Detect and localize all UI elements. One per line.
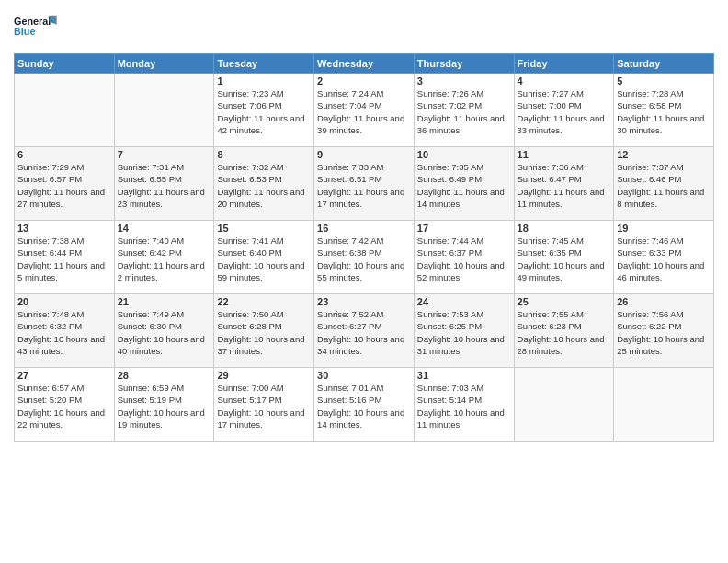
- weekday-header-row: SundayMondayTuesdayWednesdayThursdayFrid…: [15, 54, 714, 74]
- day-info: Sunrise: 7:37 AMSunset: 6:46 PMDaylight:…: [617, 161, 711, 210]
- calendar-cell: [614, 368, 714, 442]
- calendar-cell: 22Sunrise: 7:50 AMSunset: 6:28 PMDayligh…: [214, 294, 314, 368]
- calendar-cell: 13Sunrise: 7:38 AMSunset: 6:44 PMDayligh…: [15, 221, 115, 294]
- day-info: Sunrise: 7:26 AMSunset: 7:02 PMDaylight:…: [417, 87, 511, 136]
- day-number: 26: [617, 296, 711, 307]
- calendar-cell: 17Sunrise: 7:44 AMSunset: 6:37 PMDayligh…: [414, 221, 514, 294]
- day-number: 24: [417, 296, 511, 307]
- calendar-cell: [514, 368, 614, 442]
- day-info: Sunrise: 7:28 AMSunset: 6:58 PMDaylight:…: [617, 87, 711, 136]
- day-info: Sunrise: 7:56 AMSunset: 6:22 PMDaylight:…: [617, 308, 711, 357]
- day-info: Sunrise: 7:40 AMSunset: 6:42 PMDaylight:…: [118, 235, 211, 283]
- day-info: Sunrise: 7:29 AMSunset: 6:57 PMDaylight:…: [17, 161, 111, 210]
- weekday-header: Thursday: [414, 54, 514, 74]
- calendar-cell: 12Sunrise: 7:37 AMSunset: 6:46 PMDayligh…: [614, 147, 714, 221]
- calendar-cell: 23Sunrise: 7:52 AMSunset: 6:27 PMDayligh…: [314, 294, 415, 368]
- calendar-cell: 14Sunrise: 7:40 AMSunset: 6:42 PMDayligh…: [114, 221, 214, 294]
- day-info: Sunrise: 7:41 AMSunset: 6:40 PMDaylight:…: [217, 235, 311, 283]
- calendar-week-row: 13Sunrise: 7:38 AMSunset: 6:44 PMDayligh…: [15, 221, 714, 294]
- day-number: 30: [317, 370, 411, 381]
- day-number: 29: [217, 370, 311, 381]
- weekday-header: Tuesday: [214, 54, 314, 74]
- day-info: Sunrise: 7:45 AMSunset: 6:35 PMDaylight:…: [518, 235, 611, 283]
- day-info: Sunrise: 7:03 AMSunset: 5:14 PMDaylight:…: [417, 382, 511, 431]
- calendar-cell: [114, 74, 214, 147]
- day-number: 5: [617, 75, 711, 86]
- header: General Blue: [14, 9, 714, 46]
- day-number: 25: [518, 296, 611, 307]
- calendar-cell: 21Sunrise: 7:49 AMSunset: 6:30 PMDayligh…: [114, 294, 214, 368]
- day-number: 6: [17, 149, 111, 160]
- calendar-cell: 19Sunrise: 7:46 AMSunset: 6:33 PMDayligh…: [614, 221, 714, 294]
- day-number: 27: [17, 370, 111, 381]
- calendar-cell: [15, 74, 115, 147]
- day-number: 18: [518, 223, 611, 234]
- day-info: Sunrise: 7:42 AMSunset: 6:38 PMDaylight:…: [317, 235, 411, 283]
- calendar-cell: 30Sunrise: 7:01 AMSunset: 5:16 PMDayligh…: [314, 368, 415, 442]
- day-info: Sunrise: 7:32 AMSunset: 6:53 PMDaylight:…: [217, 161, 311, 210]
- calendar-cell: 20Sunrise: 7:48 AMSunset: 6:32 PMDayligh…: [15, 294, 115, 368]
- calendar-cell: 28Sunrise: 6:59 AMSunset: 5:19 PMDayligh…: [114, 368, 214, 442]
- calendar-cell: 2Sunrise: 7:24 AMSunset: 7:04 PMDaylight…: [314, 74, 415, 147]
- weekday-header: Sunday: [15, 54, 115, 74]
- day-number: 23: [317, 296, 411, 307]
- day-info: Sunrise: 7:00 AMSunset: 5:17 PMDaylight:…: [217, 382, 311, 431]
- day-number: 31: [417, 370, 511, 381]
- calendar-week-row: 6Sunrise: 7:29 AMSunset: 6:57 PMDaylight…: [15, 147, 714, 221]
- day-info: Sunrise: 7:49 AMSunset: 6:30 PMDaylight:…: [118, 308, 211, 357]
- weekday-header: Saturday: [614, 54, 714, 74]
- day-number: 19: [617, 223, 711, 234]
- day-number: 2: [317, 75, 411, 86]
- calendar-table: SundayMondayTuesdayWednesdayThursdayFrid…: [14, 53, 714, 442]
- calendar-cell: 4Sunrise: 7:27 AMSunset: 7:00 PMDaylight…: [514, 74, 614, 147]
- day-info: Sunrise: 7:35 AMSunset: 6:49 PMDaylight:…: [417, 161, 511, 210]
- svg-text:Blue: Blue: [14, 26, 35, 37]
- day-info: Sunrise: 7:50 AMSunset: 6:28 PMDaylight:…: [217, 308, 311, 357]
- day-number: 11: [518, 149, 611, 160]
- day-info: Sunrise: 7:44 AMSunset: 6:37 PMDaylight:…: [417, 235, 511, 283]
- day-number: 4: [518, 75, 611, 86]
- calendar-week-row: 20Sunrise: 7:48 AMSunset: 6:32 PMDayligh…: [15, 294, 714, 368]
- day-info: Sunrise: 7:46 AMSunset: 6:33 PMDaylight:…: [617, 235, 711, 283]
- day-number: 1: [217, 75, 311, 86]
- day-info: Sunrise: 7:38 AMSunset: 6:44 PMDaylight:…: [17, 235, 111, 283]
- day-info: Sunrise: 7:33 AMSunset: 6:51 PMDaylight:…: [317, 161, 411, 210]
- calendar-container: General Blue SundayMondayTuesdayWednesda…: [0, 0, 728, 563]
- calendar-cell: 3Sunrise: 7:26 AMSunset: 7:02 PMDaylight…: [414, 74, 514, 147]
- day-number: 14: [118, 223, 211, 234]
- day-number: 12: [617, 149, 711, 160]
- logo: General Blue: [14, 9, 60, 46]
- day-info: Sunrise: 7:01 AMSunset: 5:16 PMDaylight:…: [317, 382, 411, 431]
- day-info: Sunrise: 6:59 AMSunset: 5:19 PMDaylight:…: [118, 382, 211, 431]
- calendar-cell: 8Sunrise: 7:32 AMSunset: 6:53 PMDaylight…: [214, 147, 314, 221]
- logo-svg: General Blue: [14, 9, 60, 46]
- calendar-cell: 31Sunrise: 7:03 AMSunset: 5:14 PMDayligh…: [414, 368, 514, 442]
- day-number: 7: [118, 149, 211, 160]
- day-info: Sunrise: 7:53 AMSunset: 6:25 PMDaylight:…: [417, 308, 511, 357]
- day-number: 8: [217, 149, 311, 160]
- day-info: Sunrise: 7:48 AMSunset: 6:32 PMDaylight:…: [17, 308, 111, 357]
- day-number: 3: [417, 75, 511, 86]
- weekday-header: Monday: [114, 54, 214, 74]
- day-number: 10: [417, 149, 511, 160]
- day-info: Sunrise: 7:24 AMSunset: 7:04 PMDaylight:…: [317, 87, 411, 136]
- day-info: Sunrise: 7:31 AMSunset: 6:55 PMDaylight:…: [118, 161, 211, 210]
- svg-text:General: General: [14, 16, 51, 27]
- day-number: 9: [317, 149, 411, 160]
- calendar-cell: 7Sunrise: 7:31 AMSunset: 6:55 PMDaylight…: [114, 147, 214, 221]
- day-number: 20: [17, 296, 111, 307]
- calendar-cell: 9Sunrise: 7:33 AMSunset: 6:51 PMDaylight…: [314, 147, 415, 221]
- day-info: Sunrise: 7:55 AMSunset: 6:23 PMDaylight:…: [518, 308, 611, 357]
- calendar-week-row: 1Sunrise: 7:23 AMSunset: 7:06 PMDaylight…: [15, 74, 714, 147]
- day-number: 28: [118, 370, 211, 381]
- day-info: Sunrise: 7:23 AMSunset: 7:06 PMDaylight:…: [217, 87, 311, 136]
- calendar-cell: 25Sunrise: 7:55 AMSunset: 6:23 PMDayligh…: [514, 294, 614, 368]
- day-number: 16: [317, 223, 411, 234]
- calendar-cell: 18Sunrise: 7:45 AMSunset: 6:35 PMDayligh…: [514, 221, 614, 294]
- calendar-cell: 24Sunrise: 7:53 AMSunset: 6:25 PMDayligh…: [414, 294, 514, 368]
- calendar-cell: 27Sunrise: 6:57 AMSunset: 5:20 PMDayligh…: [15, 368, 115, 442]
- day-number: 13: [17, 223, 111, 234]
- calendar-cell: 29Sunrise: 7:00 AMSunset: 5:17 PMDayligh…: [214, 368, 314, 442]
- calendar-cell: 16Sunrise: 7:42 AMSunset: 6:38 PMDayligh…: [314, 221, 415, 294]
- calendar-cell: 10Sunrise: 7:35 AMSunset: 6:49 PMDayligh…: [414, 147, 514, 221]
